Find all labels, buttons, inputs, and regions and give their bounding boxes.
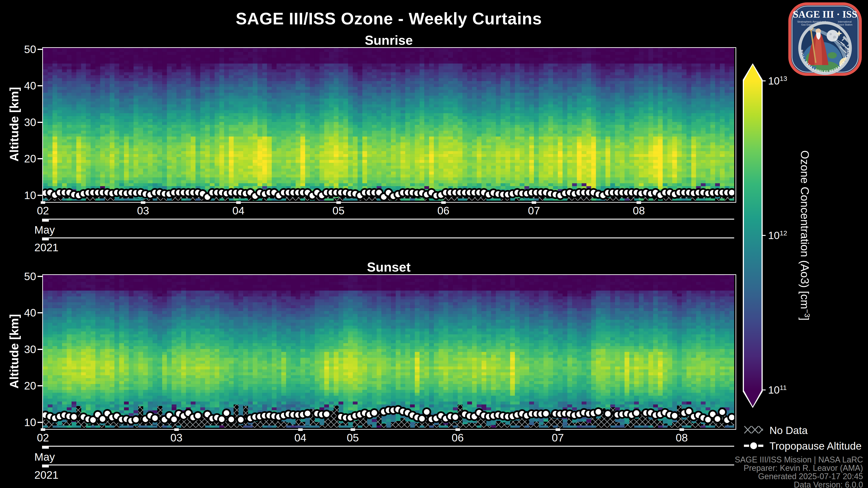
x-tick-mark-day-05 bbox=[350, 428, 355, 431]
y-tick-mark-30 bbox=[37, 122, 42, 123]
y-tick-mark-10 bbox=[37, 422, 42, 423]
month-label-sunset: May bbox=[34, 451, 55, 463]
x-tick-mark-day-04 bbox=[298, 428, 303, 431]
x-tick-label-day-07: 07 bbox=[552, 431, 564, 444]
x-tick-mark-day-06 bbox=[456, 428, 460, 431]
y-tick-mark-40 bbox=[37, 312, 42, 313]
x-tick-label-day-04: 04 bbox=[232, 204, 244, 217]
x-tick-label-day-08: 08 bbox=[676, 431, 688, 444]
panel-title-sunrise: Sunrise bbox=[43, 33, 735, 48]
x-tick-label-day-07: 07 bbox=[528, 204, 540, 217]
x-tick-label-day-06: 06 bbox=[452, 431, 464, 444]
x-tick-label-day-06: 06 bbox=[437, 204, 450, 217]
y-tick-label-20: 20 bbox=[11, 153, 36, 165]
colorbar-title: Ozone Concentration (Ao3) [cm−3] bbox=[798, 150, 811, 321]
y-tick-mark-50 bbox=[37, 276, 42, 277]
y-tick-label-30: 30 bbox=[11, 116, 36, 128]
logo-title: SAGE III · ISS bbox=[793, 9, 857, 20]
y-tick-mark-10 bbox=[37, 195, 42, 196]
colorbar-tick-1e12 bbox=[762, 235, 766, 236]
x-tick-mark-day-02 bbox=[41, 201, 45, 204]
year-axis-tick-sunset bbox=[42, 464, 49, 467]
y-tick-label-50: 50 bbox=[11, 270, 36, 283]
month-axis-line-sunset bbox=[43, 446, 734, 447]
x-tick-mark-day-08 bbox=[637, 201, 641, 204]
y-tick-label-20: 20 bbox=[11, 380, 36, 392]
x-tick-mark-day-03 bbox=[141, 201, 145, 204]
x-tick-label-day-05: 05 bbox=[333, 204, 344, 217]
attribution-block: SAGE III/ISS Mission | NASA LaRC Prepare… bbox=[592, 455, 863, 488]
x-tick-label-day-05: 05 bbox=[347, 431, 359, 444]
x-tick-label-day-03: 03 bbox=[170, 431, 182, 444]
logo-subtitle-right-1: International bbox=[838, 20, 852, 23]
colorbar-tick-1e13 bbox=[762, 80, 766, 81]
attribution-version: Data Version: 6.0.0 bbox=[592, 481, 863, 488]
y-tick-mark-20 bbox=[37, 158, 42, 159]
colorbar-ticklabel-1e11: 1011 bbox=[768, 384, 786, 396]
y-tick-mark-20 bbox=[37, 385, 42, 386]
year-axis-tick-sunrise bbox=[42, 237, 49, 240]
legend-tropopause-label: Tropopause Altitude bbox=[770, 440, 862, 452]
y-tick-label-40: 40 bbox=[11, 306, 36, 319]
y-tick-label-10: 10 bbox=[11, 189, 36, 201]
x-tick-label-day-02: 02 bbox=[37, 204, 49, 217]
x-tick-label-day-03: 03 bbox=[137, 204, 149, 217]
month-label-sunrise: May bbox=[34, 224, 55, 236]
page-title: SAGE III/ISS Ozone - Weekly Curtains bbox=[43, 9, 735, 28]
colorbar-ticklabel-1e12: 1012 bbox=[768, 229, 787, 241]
y-tick-label-40: 40 bbox=[11, 79, 36, 92]
x-tick-mark-day-04 bbox=[236, 201, 241, 204]
tropopause-marker-icon bbox=[744, 441, 763, 451]
month-axis-line-sunrise bbox=[43, 219, 734, 220]
y-tick-mark-50 bbox=[37, 49, 42, 50]
y-tick-mark-30 bbox=[37, 349, 42, 350]
colorbar-tick-1e11 bbox=[762, 390, 766, 390]
y-tick-label-50: 50 bbox=[11, 43, 36, 55]
x-tick-mark-day-05 bbox=[336, 201, 341, 204]
y-tick-label-30: 30 bbox=[11, 343, 36, 355]
panel-title-sunset: Sunset bbox=[43, 259, 735, 274]
y-tick-mark-40 bbox=[37, 85, 42, 86]
year-axis-line-sunrise bbox=[43, 237, 734, 238]
no-data-hatch-icon bbox=[744, 425, 763, 434]
x-tick-mark-day-07 bbox=[556, 428, 560, 431]
attribution-preparer: Preparer: Kevin R. Leavor (AMA) bbox=[592, 464, 863, 472]
x-tick-mark-day-03 bbox=[174, 428, 179, 431]
colorbar-ticklabel-1e13: 1013 bbox=[768, 75, 787, 87]
x-tick-mark-day-02 bbox=[41, 428, 45, 431]
y-tick-label-10: 10 bbox=[11, 416, 36, 428]
x-tick-label-day-08: 08 bbox=[633, 204, 645, 217]
year-label-sunset: 2021 bbox=[34, 469, 59, 481]
colorbar-gradient bbox=[744, 65, 762, 406]
attribution-generated: Generated 2025-07-17 20:45 bbox=[592, 472, 863, 481]
month-axis-tick-sunset bbox=[42, 446, 49, 449]
x-tick-mark-day-07 bbox=[532, 201, 536, 204]
sunrise-heatmap-canvas bbox=[43, 48, 734, 201]
attribution-mission: SAGE III/ISS Mission | NASA LaRC bbox=[592, 455, 863, 464]
month-axis-tick-sunrise bbox=[42, 219, 49, 222]
x-tick-label-day-04: 04 bbox=[294, 431, 306, 444]
year-label-sunrise: 2021 bbox=[34, 241, 59, 254]
sage-iii-iss-mission-patch-logo: SAGE III · ISS Stratospheric Aerosol and… bbox=[788, 2, 862, 76]
x-tick-label-day-02: 02 bbox=[37, 431, 49, 444]
sunset-heatmap-canvas bbox=[43, 275, 734, 428]
legend-no-data-label: No Data bbox=[770, 424, 808, 436]
x-tick-mark-day-08 bbox=[680, 428, 684, 431]
x-tick-mark-day-06 bbox=[441, 201, 446, 204]
